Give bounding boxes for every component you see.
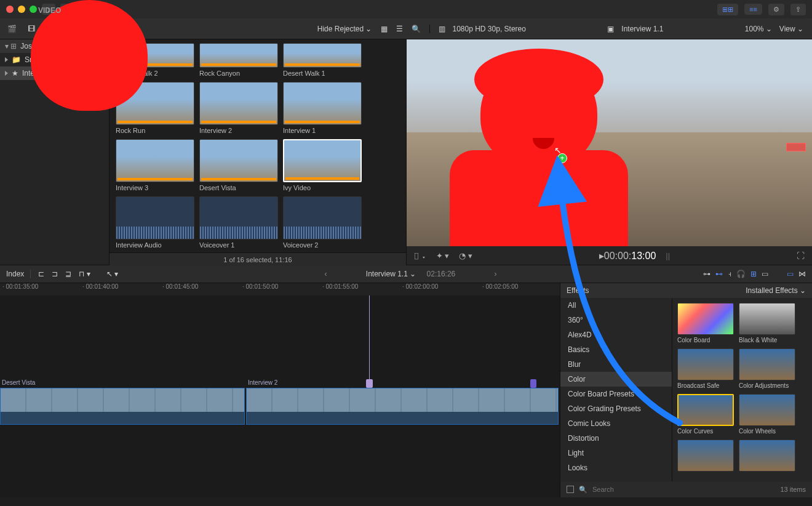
retime-dropdown[interactable]: ◔ ▾ (459, 251, 472, 260)
clip-label: Interview 2 (199, 127, 278, 134)
arrow-tool-icon[interactable]: ↖ ▾ (106, 270, 118, 278)
library-icon[interactable]: 🎬 (7, 25, 17, 33)
effects-category[interactable]: Looks (560, 460, 672, 475)
effect-label: Black & White (739, 337, 795, 343)
effects-search-input[interactable] (592, 486, 775, 493)
clip-item[interactable]: Desert Vista (199, 139, 278, 191)
clip-label: Interview Audio (116, 241, 194, 249)
effects-scope-dropdown[interactable]: Installed Effects ⌄ (746, 286, 806, 295)
close-icon[interactable] (6, 6, 14, 13)
timeline-ruler[interactable]: · 00:01:35:00· 00:01:40:00· 00:01:45:00·… (0, 283, 560, 295)
list-view-icon[interactable]: ☰ (396, 25, 403, 33)
timeline-clip[interactable]: Desert Vista (0, 388, 245, 425)
clip-item[interactable]: Interview Audio (116, 196, 194, 249)
window-controls (6, 6, 37, 13)
fullscreen-icon[interactable] (30, 6, 37, 13)
tl-tool-5[interactable]: ⊞ (750, 270, 757, 278)
filter-dropdown[interactable]: Hide Rejected ⌄ (317, 25, 372, 33)
search-icon[interactable]: 🔍 (412, 25, 421, 33)
effect-item[interactable]: Color Curves (677, 394, 734, 435)
effects-category[interactable]: Light (560, 446, 672, 460)
effect-item[interactable]: Broadcast Safe (677, 348, 734, 389)
tl-tool-8[interactable]: ⋈ (798, 270, 806, 278)
index-button[interactable]: Index (6, 270, 31, 278)
effect-item[interactable]: Black & White (739, 303, 795, 343)
effects-browser: Effects Installed Effects ⌄ VIDEOAll360°… (560, 283, 812, 497)
viewer-panel: ↖ + ⌷ ▾ ✦ ▾ ◔ ▾ ▸00:00:13:00 || ⛶ (406, 39, 812, 265)
enhance-dropdown[interactable]: ✦ ▾ (436, 251, 450, 260)
ruler-tick: · 00:02:00:00 (400, 283, 480, 295)
timeline[interactable]: · 00:01:35:00· 00:01:40:00· 00:01:45:00·… (0, 283, 560, 497)
effect-label: Color Board (677, 337, 734, 343)
effects-category[interactable]: All (560, 298, 672, 313)
effect-label: Broadcast Safe (677, 382, 734, 389)
connect-clip-icon[interactable]: ⊏ (38, 270, 44, 278)
effect-item[interactable] (739, 440, 795, 473)
timeline-clip[interactable]: Interview 2 (246, 388, 559, 425)
effects-category[interactable]: Color (560, 372, 672, 387)
workspace-grid-button[interactable]: ⊞⊞ (717, 4, 738, 15)
effect-item[interactable]: Color Board (677, 303, 734, 343)
effect-label: Color Adjustments (739, 382, 795, 389)
disclosure-icon[interactable] (5, 57, 8, 62)
viewer-canvas[interactable]: ↖ + (407, 39, 812, 246)
clip-item[interactable]: Ivy Video (283, 139, 362, 191)
add-sample-icon[interactable]: + (557, 153, 567, 163)
clip-label: Interview 1 (283, 127, 362, 134)
timeline-project-dropdown[interactable]: Interview 1.1 ⌄ (366, 270, 416, 278)
zoom-dropdown[interactable]: 100% ⌄ (745, 25, 772, 33)
workspace-list-button[interactable]: ≡≡ (744, 4, 762, 15)
clip-item[interactable]: Voiceover 1 (199, 196, 278, 249)
clip-label: Rock Run (116, 127, 194, 134)
clip-item[interactable]: Voiceover 2 (283, 196, 362, 249)
tl-tool-2[interactable]: ⊷ (715, 270, 723, 278)
clip-item[interactable]: Interview 3 (116, 139, 194, 191)
project-icon[interactable]: ▣ (607, 25, 614, 33)
overwrite-clip-icon[interactable]: ⊓ ▾ (79, 270, 90, 278)
effects-category[interactable]: Distortion (560, 431, 672, 446)
adjust-button[interactable]: ⚙ (768, 4, 784, 15)
disclosure-icon[interactable] (5, 71, 8, 76)
effect-item[interactable]: Color Wheels (739, 394, 795, 435)
ruler-tick: · 00:01:35:00 (0, 283, 80, 295)
fullscreen-icon[interactable]: ⛶ (797, 251, 805, 260)
media-icon[interactable]: 🎞 (28, 25, 35, 33)
transform-dropdown[interactable]: ⌷ ▾ (414, 251, 426, 260)
tl-tool-6[interactable]: ▭ (762, 270, 768, 278)
clip-item[interactable]: Interview 2 (199, 82, 278, 134)
angle-icon[interactable]: ▥ (439, 25, 445, 33)
tl-tool-3[interactable]: ⫞ (728, 270, 731, 278)
effects-category[interactable]: Alex4D (560, 327, 672, 342)
effects-preview-toggle[interactable] (567, 486, 574, 493)
timeline-toolbar: Index ⊏ ⊐ ⊒ ⊓ ▾ ↖ ▾ ‹ Interview 1.1 ⌄ 02… (0, 265, 812, 283)
clip-appearance-icon[interactable]: ▦ (381, 25, 388, 33)
mask-indicator (786, 143, 806, 151)
insert-clip-icon[interactable]: ⊐ (52, 270, 58, 278)
share-button[interactable]: ⇪ (790, 4, 806, 15)
format-label: 1080p HD 30p, Stereo (453, 25, 526, 33)
tl-tool-4[interactable]: 🎧 (736, 270, 746, 278)
effects-category[interactable]: Color Board Presets (560, 387, 672, 401)
effects-category[interactable]: 360° (560, 313, 672, 327)
clip-label: Voiceover 2 (283, 241, 362, 249)
view-dropdown[interactable]: View ⌄ (779, 25, 803, 33)
effects-category[interactable]: Color Grading Presets (560, 401, 672, 416)
effect-item[interactable] (677, 440, 734, 473)
viewer-controls: ⌷ ▾ ✦ ▾ ◔ ▾ ▸00:00:13:00 || ⛶ (407, 246, 812, 265)
clip-item[interactable]: Rock Canyon (199, 43, 278, 77)
tl-tool-1[interactable]: ⊶ (703, 270, 710, 278)
clip-label: Desert Walk 1 (283, 70, 362, 77)
clip-item[interactable]: Interview 1 (283, 82, 362, 134)
minimize-icon[interactable] (18, 6, 25, 13)
clip-item[interactable]: Desert Walk 1 (283, 43, 362, 77)
effects-browser-toggle[interactable]: ▭ (787, 270, 794, 278)
effects-category[interactable]: Blur (560, 357, 672, 372)
marker[interactable] (530, 379, 536, 388)
effects-category[interactable]: Basics (560, 342, 672, 357)
append-clip-icon[interactable]: ⊒ (65, 270, 71, 278)
effects-category[interactable]: Comic Looks (560, 416, 672, 431)
effect-item[interactable]: Color Adjustments (739, 348, 795, 389)
ruler-tick: · 00:02:05:00 (480, 283, 560, 295)
ruler-tick: · 00:01:45:00 (160, 283, 240, 295)
ruler-tick: · 00:01:50:00 (240, 283, 320, 295)
